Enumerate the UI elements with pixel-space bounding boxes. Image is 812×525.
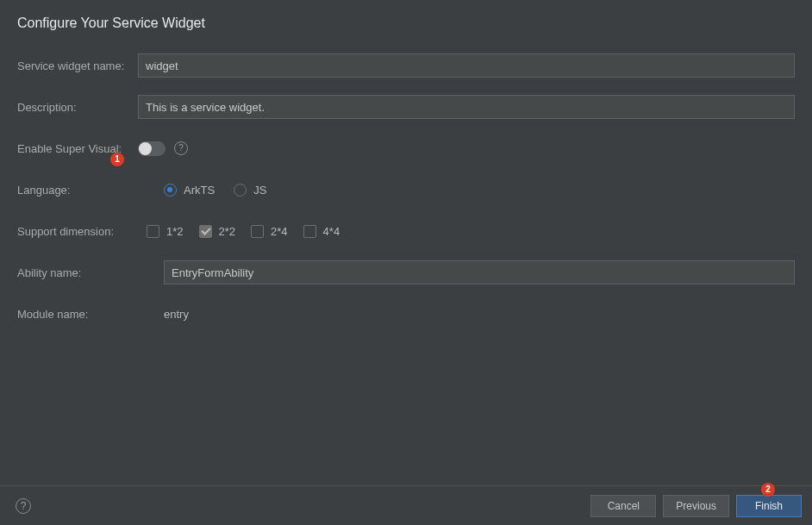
toggle-knob	[139, 142, 152, 155]
radio-js[interactable]: JS	[234, 184, 266, 197]
label-ability-name: Ability name:	[17, 266, 138, 279]
label-widget-name: Service widget name:	[17, 59, 138, 72]
checkbox-icon	[251, 225, 264, 238]
label-language: Language:	[17, 184, 138, 197]
row-super-visual: Enable Super Visual: ?	[17, 136, 795, 160]
help-icon[interactable]: ?	[174, 141, 188, 155]
radio-circle-icon	[234, 184, 247, 197]
check-2x4[interactable]: 2*4	[251, 225, 288, 238]
annotation-marker-2: 2	[761, 483, 775, 497]
radio-label-arkts: ArkTS	[184, 184, 215, 197]
toggle-super-visual[interactable]	[138, 141, 166, 156]
footer-help-icon[interactable]: ?	[16, 498, 31, 514]
dialog-title: Configure Your Service Widget	[17, 16, 795, 31]
check-label-2x4: 2*4	[271, 225, 288, 238]
checkbox-icon	[147, 225, 159, 238]
row-module-name: Module name: entry	[17, 302, 795, 326]
row-widget-name: Service widget name:	[17, 53, 795, 78]
label-module-name: Module name:	[17, 308, 138, 321]
check-label-2x2: 2*2	[219, 225, 236, 238]
check-4x4[interactable]: 4*4	[303, 225, 340, 238]
checkbox-icon	[199, 225, 212, 238]
input-ability-name[interactable]	[164, 260, 795, 284]
check-label-1x2: 1*2	[166, 225, 184, 238]
radio-arkts[interactable]: ArkTS	[164, 184, 215, 197]
annotation-marker-1: 1	[110, 153, 124, 166]
check-1x2[interactable]: 1*2	[147, 225, 184, 238]
cancel-button[interactable]: Cancel	[590, 495, 656, 517]
input-widget-name[interactable]	[138, 53, 795, 78]
label-dimension: Support dimension:	[17, 225, 138, 238]
row-description: Description:	[17, 95, 795, 119]
checkbox-icon	[303, 225, 316, 238]
input-description[interactable]	[138, 95, 795, 119]
value-module-name: entry	[138, 308, 189, 321]
check-label-4x4: 4*4	[323, 225, 340, 238]
check-2x2[interactable]: 2*2	[199, 225, 236, 238]
row-dimension: Support dimension: 1*2 2*2 2*4 4*4	[17, 219, 795, 243]
finish-button[interactable]: Finish	[736, 495, 802, 517]
dialog-footer: ? Cancel Previous Finish	[0, 485, 812, 525]
label-description: Description:	[17, 101, 138, 114]
radio-circle-icon	[164, 184, 177, 197]
row-language: Language: ArkTS JS	[17, 178, 795, 202]
radio-label-js: JS	[253, 184, 266, 197]
row-ability-name: Ability name:	[17, 260, 795, 284]
previous-button[interactable]: Previous	[663, 495, 729, 517]
